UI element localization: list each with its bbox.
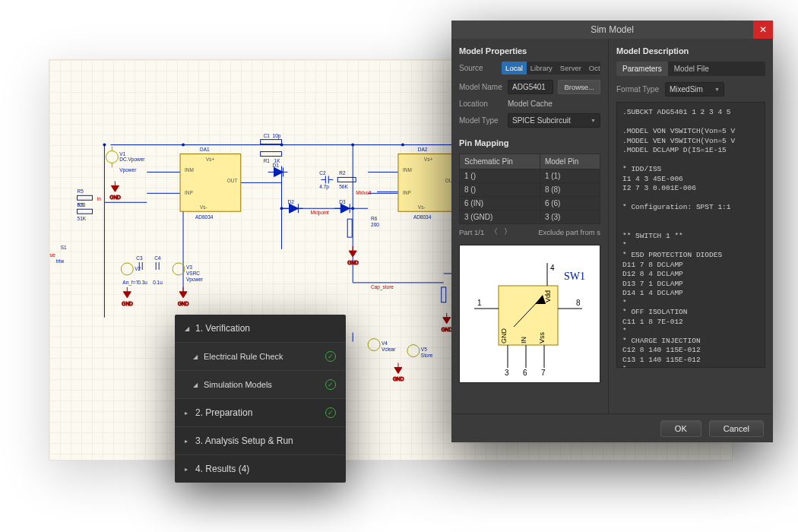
check-ok-icon: ✓ bbox=[325, 407, 336, 418]
svg-marker-115 bbox=[111, 185, 119, 192]
svg-text:6: 6 bbox=[523, 369, 527, 377]
location-value: Model Cache bbox=[508, 100, 553, 108]
section-label: 2. Preparation bbox=[195, 407, 252, 418]
seg-server[interactable]: Server bbox=[556, 62, 585, 74]
pin-mapping-header: Pin Mapping bbox=[459, 138, 600, 147]
model-description-header: Model Description bbox=[616, 46, 765, 55]
close-icon: ✕ bbox=[759, 24, 767, 35]
svg-marker-118 bbox=[123, 292, 131, 298]
format-type-select[interactable]: MixedSim▼ bbox=[665, 82, 724, 97]
next-part-button[interactable]: 〉 bbox=[504, 227, 511, 237]
svg-marker-133 bbox=[443, 318, 451, 324]
tab-model-file[interactable]: Model File bbox=[668, 62, 715, 76]
svg-text:V1: V1 bbox=[119, 151, 125, 157]
svg-text:V2: V2 bbox=[135, 266, 141, 271]
dialog-title: Sim Model ✕ bbox=[451, 21, 773, 39]
prev-part-button[interactable]: 〈 bbox=[490, 227, 498, 237]
section-label: 3. Analysis Setup & Run bbox=[195, 435, 293, 446]
model-name-input[interactable] bbox=[508, 80, 553, 94]
pin-row[interactable]: 6 (IN)6 (6) bbox=[460, 197, 600, 211]
seg-library[interactable]: Library bbox=[527, 62, 556, 74]
svg-text:trtw: trtw bbox=[56, 258, 65, 264]
svg-text:V5: V5 bbox=[421, 347, 427, 352]
col-model-pin[interactable]: Model Pin bbox=[540, 154, 600, 169]
model-type-select[interactable]: SPICE Subcircuit▼ bbox=[508, 113, 600, 128]
svg-point-93 bbox=[121, 263, 133, 275]
svg-text:R6: R6 bbox=[371, 216, 378, 221]
svg-text:GND: GND bbox=[393, 376, 404, 382]
svg-text:Vdd: Vdd bbox=[544, 290, 552, 302]
svg-text:10p: 10p bbox=[273, 133, 281, 139]
svg-rect-84 bbox=[442, 287, 446, 302]
svg-text:An_f=?: An_f=? bbox=[122, 280, 138, 286]
svg-text:C4: C4 bbox=[154, 255, 161, 261]
svg-text:INM: INM bbox=[185, 167, 194, 173]
svg-text:Vs-: Vs- bbox=[418, 204, 426, 210]
chevron-down-icon: ◢ bbox=[193, 382, 199, 388]
tab-parameters[interactable]: Parameters bbox=[616, 62, 668, 76]
svg-text:200: 200 bbox=[371, 222, 379, 227]
svg-text:GND: GND bbox=[347, 260, 359, 265]
svg-text:D1: D1 bbox=[273, 163, 280, 168]
svg-text:R5: R5 bbox=[78, 188, 84, 194]
browse-button[interactable]: Browse... bbox=[558, 80, 600, 94]
sim-model-dialog: Sim Model ✕ Model Properties Source Loca… bbox=[451, 21, 773, 442]
svg-text:Cap_store: Cap_store bbox=[371, 284, 394, 290]
svg-text:DC.Vpower: DC.Vpower bbox=[119, 157, 145, 163]
spice-netlist[interactable]: .SUBCKT ADG5401 1 2 3 4 5 .MODEL VON VSW… bbox=[616, 102, 765, 368]
section-sim-models[interactable]: ◢ Simulation Models ✓ bbox=[175, 371, 346, 399]
svg-text:Vs-: Vs- bbox=[200, 204, 207, 210]
exclude-hint: Exclude part from s bbox=[518, 228, 600, 236]
section-preparation[interactable]: ▸ 2. Preparation ✓ bbox=[175, 399, 346, 427]
svg-marker-57 bbox=[340, 204, 350, 213]
cancel-button[interactable]: Cancel bbox=[709, 420, 764, 437]
svg-text:S1: S1 bbox=[61, 245, 67, 250]
source-segmented[interactable]: Local Library Server Octopa bbox=[502, 62, 600, 74]
svg-text:D2: D2 bbox=[288, 199, 295, 204]
svg-text:8: 8 bbox=[576, 299, 581, 307]
check-ok-icon: ✓ bbox=[325, 379, 336, 390]
svg-rect-75 bbox=[347, 219, 352, 237]
section-verification[interactable]: ◢ 1. Verification bbox=[175, 315, 346, 343]
symbol-preview: 1 8 4 3 6 7 GND IN Vss Vdd SW1 bbox=[459, 245, 600, 383]
section-label: 1. Verification bbox=[195, 323, 250, 334]
chevron-right-icon: ▸ bbox=[185, 466, 191, 473]
svg-point-0 bbox=[103, 144, 106, 147]
pin-row[interactable]: 3 (GND)3 (3) bbox=[460, 211, 600, 224]
pin-row[interactable]: 1 ()1 (1) bbox=[460, 169, 600, 183]
section-analysis[interactable]: ▸ 3. Analysis Setup & Run bbox=[175, 427, 346, 455]
svg-text:Vpower: Vpower bbox=[119, 167, 137, 173]
svg-text:V3: V3 bbox=[186, 264, 192, 270]
svg-rect-63 bbox=[261, 152, 282, 157]
svg-text:1K: 1K bbox=[274, 158, 281, 163]
seg-local[interactable]: Local bbox=[502, 62, 527, 74]
svg-marker-124 bbox=[349, 251, 356, 257]
desc-tabs: Parameters Model File bbox=[616, 62, 765, 76]
svg-text:AD8034: AD8034 bbox=[195, 214, 214, 220]
caret-down-icon: ▼ bbox=[591, 118, 596, 123]
part-counter: Part 1/1 bbox=[459, 228, 484, 236]
svg-text:GND: GND bbox=[122, 301, 133, 306]
svg-point-1 bbox=[182, 144, 185, 147]
svg-text:In: In bbox=[97, 196, 101, 201]
svg-text:4.7p: 4.7p bbox=[319, 184, 329, 190]
close-button[interactable]: ✕ bbox=[753, 21, 773, 39]
section-label: Electrical Rule Check bbox=[204, 352, 283, 361]
svg-text:Vs+: Vs+ bbox=[206, 157, 215, 162]
svg-text:R2: R2 bbox=[339, 170, 346, 176]
section-results[interactable]: ▸ 4. Results (4) bbox=[175, 455, 346, 483]
svg-rect-60 bbox=[261, 140, 282, 144]
svg-text:56K: 56K bbox=[339, 184, 348, 189]
svg-rect-78 bbox=[78, 195, 93, 200]
caret-down-icon: ▼ bbox=[714, 87, 720, 92]
svg-marker-121 bbox=[179, 292, 187, 298]
svg-text:Midvolt: Midvolt bbox=[356, 190, 372, 195]
pin-row[interactable]: 8 ()8 (8) bbox=[460, 183, 600, 197]
svg-text:C2: C2 bbox=[319, 170, 326, 176]
svg-text:INM: INM bbox=[403, 167, 412, 173]
ok-button[interactable]: OK bbox=[660, 420, 701, 437]
section-erc[interactable]: ◢ Electrical Rule Check ✓ bbox=[175, 343, 346, 371]
svg-text:R3: R3 bbox=[78, 202, 84, 207]
seg-octopart[interactable]: Octopa bbox=[585, 62, 600, 74]
col-schematic-pin[interactable]: Schematic Pin bbox=[460, 154, 540, 169]
